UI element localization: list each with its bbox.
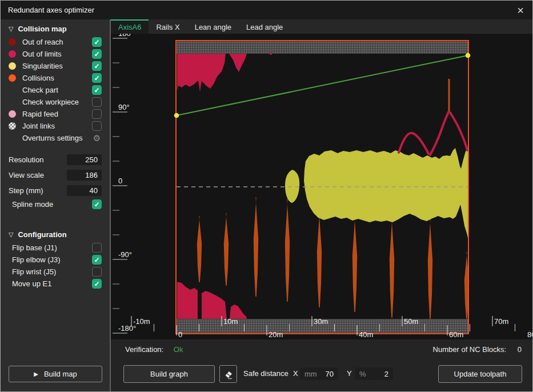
check-icon: ✓: [94, 75, 99, 82]
close-icon[interactable]: ×: [516, 5, 525, 16]
spline-mode-row: Spline mode ✓: [1, 198, 110, 210]
tab-lean-angle[interactable]: Lean angle: [187, 19, 239, 34]
update-toolpath-button[interactable]: Update toolpath: [438, 365, 522, 383]
svg-text:70m: 70m: [494, 317, 508, 326]
safe-distance-y-label: Y: [347, 369, 352, 378]
collapse-triangle-icon: ▽: [9, 25, 13, 33]
verification-value: Ok: [174, 345, 183, 354]
svg-text:0: 0: [118, 177, 122, 185]
safe-distance-x-label: X: [293, 369, 298, 378]
play-icon: ▶: [34, 371, 38, 377]
out-of-limits-color-dot: [9, 50, 16, 58]
collision-map-chart: 18090°0-90°-180°-10m010m20m30m40m50m60m7…: [111, 19, 533, 341]
collision-map-rows: Out of reach✓Out of limits✓Singularities…: [1, 36, 110, 144]
sidebar-item-joint-links: Joint links: [1, 120, 110, 132]
rapid-feed-color-dot: [9, 110, 16, 118]
footer-panel: Verification: Ok Number of NC Blocks: 0 …: [111, 339, 533, 391]
row-label: Flip wrist (J5): [12, 267, 92, 276]
check-icon: ✓: [94, 87, 99, 94]
configuration-rows: Flip base (J1)Flip elbow (J3)✓Flip wrist…: [1, 242, 110, 290]
check-icon: ✓: [94, 257, 99, 263]
tab-lead-angle[interactable]: Lead angle: [239, 19, 290, 34]
sidebar-item-check-workpiece: Check workpiece: [1, 96, 110, 108]
check-icon: ✓: [94, 39, 99, 46]
collapse-triangle-icon: ▽: [9, 231, 13, 238]
row-label: Flip elbow (J3): [12, 255, 92, 264]
redundant-axes-optimizer-window: Redundant axes optimizer × ▽ Collision m…: [0, 0, 533, 392]
sidebar-item-check-part: Check part✓: [1, 84, 110, 96]
sidebar: ▽ Collision map Out of reach✓Out of limi…: [1, 19, 110, 391]
view-scale-input[interactable]: 186: [67, 170, 102, 181]
x-unit: mm: [304, 370, 317, 378]
collision-map-svg[interactable]: 18090°0-90°-180°-10m010m20m30m40m50m60m7…: [111, 19, 533, 341]
flip-base-j1-checkbox[interactable]: [92, 243, 102, 253]
config-row-move-up-e1: Move up E1✓: [1, 278, 110, 290]
row-label: Singularities: [22, 62, 92, 70]
safe-distance-y-field[interactable]: % 2: [355, 367, 393, 380]
check-icon: ✓: [94, 281, 99, 287]
row-label: Joint links: [22, 122, 92, 130]
out-of-limits-checkbox[interactable]: ✓: [92, 49, 102, 59]
safe-distance-x-field[interactable]: mm 70: [300, 367, 338, 380]
sidebar-item-out-of-limits: Out of limits✓: [1, 48, 110, 60]
verification-status: Verification: Ok: [125, 345, 183, 354]
y-value: 2: [384, 370, 388, 378]
window-title: Redundant axes optimizer: [8, 6, 94, 14]
check-icon: ✓: [94, 63, 99, 70]
x-value: 70: [326, 370, 334, 378]
main-panel: 18090°0-90°-180°-10m010m20m30m40m50m60m7…: [111, 19, 533, 391]
row-label: Rapid feed: [22, 110, 92, 118]
dot-spacer: [9, 86, 16, 94]
tab-axisa6[interactable]: AxisA6: [111, 19, 149, 34]
field-label: Resolution: [9, 155, 67, 164]
build-graph-button[interactable]: Build graph: [123, 365, 215, 383]
section-header-configuration[interactable]: ▽ Configuration: [1, 225, 110, 242]
svg-text:-90°: -90°: [118, 250, 132, 259]
singularities-color-dot: [9, 62, 16, 70]
build-map-button[interactable]: ▶ Build map: [9, 366, 102, 382]
resolution-input[interactable]: 250: [67, 154, 102, 165]
eraser-icon: [223, 369, 234, 380]
nc-blocks-label: Number of NC Blocks:: [433, 345, 507, 354]
plot-area[interactable]: [176, 41, 468, 334]
field-label: View scale: [9, 171, 67, 179]
flip-wrist-j5-checkbox[interactable]: [92, 267, 102, 277]
tab-rails-x[interactable]: Rails X: [149, 19, 187, 34]
svg-text:80: 80: [527, 330, 533, 339]
row-label: Check workpiece: [22, 98, 92, 106]
singularities-checkbox[interactable]: ✓: [92, 61, 102, 71]
erase-graph-button[interactable]: [219, 365, 237, 383]
gear-icon[interactable]: ⚙: [92, 133, 102, 143]
flip-elbow-j3-checkbox[interactable]: ✓: [92, 255, 102, 265]
rapid-feed-checkbox[interactable]: [92, 109, 102, 119]
view-scale-row: View scale186: [1, 167, 110, 183]
nc-blocks-status: Number of NC Blocks: 0: [433, 345, 522, 354]
sidebar-item-rapid-feed: Rapid feed: [1, 108, 110, 120]
config-row-flip-elbow-j3: Flip elbow (J3)✓: [1, 254, 110, 266]
joint-links-checkbox[interactable]: [92, 121, 102, 131]
collisions-checkbox[interactable]: ✓: [92, 73, 102, 83]
svg-text:90°: 90°: [118, 103, 130, 111]
move-up-e1-checkbox[interactable]: ✓: [92, 279, 102, 289]
spline-mode-checkbox[interactable]: ✓: [92, 199, 102, 209]
row-label: Flip base (J1): [12, 243, 92, 252]
step-mm-input[interactable]: 40: [67, 185, 102, 196]
tab-bar: AxisA6 Rails X Lean angle Lead angle: [111, 19, 533, 34]
resolution-row: Resolution250: [1, 152, 110, 167]
sidebar-item-singularities: Singularities✓: [1, 60, 110, 72]
row-label: Collisions: [22, 74, 92, 82]
row-label: Out of limits: [22, 50, 92, 58]
out-of-reach-checkbox[interactable]: ✓: [92, 37, 102, 47]
svg-text:-10m: -10m: [133, 317, 150, 326]
field-label: Step (mm): [9, 186, 67, 195]
collisions-color-dot: [9, 74, 16, 82]
config-row-flip-base-j1: Flip base (J1): [1, 242, 110, 254]
row-label: Out of reach: [22, 38, 92, 46]
check-workpiece-checkbox[interactable]: [92, 97, 102, 107]
check-part-checkbox[interactable]: ✓: [92, 85, 102, 95]
sidebar-item-overturns-settings: Overturns settings⚙: [1, 132, 110, 144]
sidebar-item-collisions: Collisions✓: [1, 72, 110, 84]
section-header-collision-map[interactable]: ▽ Collision map: [1, 19, 110, 36]
step-mm-row: Step (mm)40: [1, 183, 110, 198]
nc-blocks-value: 0: [518, 345, 522, 354]
